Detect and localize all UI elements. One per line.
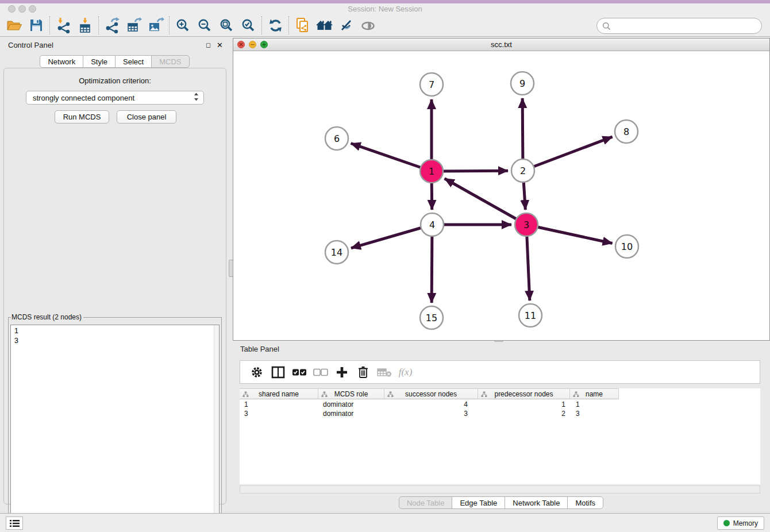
- table-cell[interactable]: 4: [384, 400, 478, 409]
- column-header-predecessor-nodes[interactable]: predecessor nodes: [478, 388, 570, 399]
- search-icon: [602, 22, 611, 30]
- table-tab-edge-table[interactable]: Edge Table: [452, 496, 505, 509]
- table-row[interactable]: 1dominator411: [240, 400, 619, 409]
- function-builder-icon: f(x): [395, 364, 416, 381]
- status-bar: Memory: [0, 513, 770, 532]
- export-image-icon[interactable]: [145, 16, 167, 35]
- table-horizontal-scrollbar[interactable]: [240, 485, 760, 494]
- search-field[interactable]: [596, 18, 762, 34]
- zoom-selected-icon[interactable]: [237, 16, 259, 35]
- delete-table-icon: [374, 364, 395, 381]
- table-tab-network-table[interactable]: Network Table: [505, 496, 568, 509]
- column-view-icon[interactable]: [267, 364, 288, 381]
- tab-mcds[interactable]: MCDS: [151, 55, 189, 68]
- save-session-icon[interactable]: [25, 16, 47, 35]
- table-cell[interactable]: 3: [570, 409, 619, 418]
- table-cell[interactable]: 3: [240, 409, 318, 418]
- network-view-window: ✕ − + scc.txt 7968124314101511: [233, 38, 770, 341]
- graph-edge-3-10[interactable]: [526, 225, 613, 243]
- graph-node-label-15: 15: [426, 313, 437, 323]
- export-network-icon[interactable]: [101, 16, 123, 35]
- select-stepper-icon: [194, 92, 199, 103]
- list-icon: [10, 519, 20, 527]
- float-panel-icon[interactable]: ◻: [206, 41, 211, 49]
- home-icon[interactable]: [313, 16, 335, 35]
- network-window-titlebar[interactable]: ✕ − + scc.txt: [233, 38, 769, 51]
- mcds-result-group: MCDS result (2 nodes) 1 3: [8, 313, 222, 532]
- network-canvas[interactable]: 7968124314101511: [233, 51, 769, 340]
- memory-button[interactable]: Memory: [717, 516, 764, 530]
- zoom-in-icon[interactable]: [172, 16, 194, 35]
- table-cell[interactable]: 2: [478, 409, 570, 418]
- close-panel-icon[interactable]: ✕: [217, 41, 223, 49]
- optimization-criterion-select[interactable]: strongly connected component: [26, 91, 204, 105]
- add-column-icon[interactable]: [331, 364, 352, 381]
- graph-node-label-11: 11: [525, 310, 536, 321]
- graph-edge-1-6[interactable]: [351, 143, 432, 171]
- zoom-fit-icon[interactable]: [215, 16, 237, 35]
- table-tabs: Node TableEdge TableNetwork TableMotifs: [233, 496, 770, 509]
- window-top-accent: [0, 0, 770, 3]
- optimization-criterion-label: Optimization criterion:: [4, 76, 226, 85]
- table-cell[interactable]: dominator: [318, 400, 384, 409]
- import-network-icon[interactable]: [52, 16, 74, 35]
- table-cell[interactable]: 1: [240, 400, 318, 409]
- column-header-successor-nodes[interactable]: successor nodes: [384, 388, 478, 399]
- network-window-title: scc.txt: [233, 40, 769, 49]
- memory-label: Memory: [733, 519, 758, 527]
- table-cell[interactable]: 3: [384, 409, 478, 418]
- table-tab-node-table[interactable]: Node Table: [399, 496, 453, 509]
- table-toolbar: f(x): [240, 360, 760, 384]
- graph-node-label-1: 1: [429, 166, 434, 177]
- graph-node-label-3: 3: [523, 219, 529, 230]
- unselect-all-icon[interactable]: [310, 364, 331, 381]
- open-session-icon[interactable]: [3, 16, 25, 35]
- control-panel-title: Control Panel: [8, 41, 53, 49]
- settings-gear-icon[interactable]: [246, 364, 267, 381]
- delete-column-icon[interactable]: [352, 364, 374, 381]
- table-header-row: shared nameMCDS rolesuccessor nodesprede…: [240, 388, 619, 399]
- graph-edge-4-14[interactable]: [351, 225, 432, 248]
- graph-node-label-2: 2: [520, 165, 526, 176]
- zoom-out-icon[interactable]: [194, 16, 215, 35]
- table-cell[interactable]: 1: [570, 400, 619, 409]
- table-tab-motifs[interactable]: Motifs: [567, 496, 603, 509]
- table-panel-title: Table Panel: [240, 345, 279, 353]
- hide-graphics-details-icon[interactable]: [335, 16, 357, 35]
- refresh-icon[interactable]: [264, 16, 286, 35]
- graph-edge-3-1[interactable]: [445, 179, 526, 225]
- mcds-tab-content: Optimization criterion: strongly connect…: [3, 68, 226, 504]
- tab-network[interactable]: Network: [40, 55, 83, 68]
- column-header-MCDS-role[interactable]: MCDS role: [318, 388, 384, 399]
- window-title: Session: New Session: [0, 5, 770, 13]
- graph-node-label-4: 4: [429, 219, 435, 230]
- select-all-icon[interactable]: [288, 364, 310, 381]
- column-header-name[interactable]: name: [570, 388, 619, 399]
- graph-edge-2-8[interactable]: [523, 137, 613, 171]
- column-header-shared-name[interactable]: shared name: [240, 388, 318, 399]
- criterion-value: strongly connected component: [33, 94, 134, 102]
- table-cell[interactable]: dominator: [318, 409, 384, 418]
- export-table-icon[interactable]: [123, 16, 145, 35]
- memory-status-icon: [723, 520, 730, 526]
- graph-node-label-6: 6: [334, 133, 340, 144]
- show-graphics-details-icon[interactable]: [357, 16, 379, 35]
- mcds-result-title: MCDS result (2 nodes): [11, 313, 83, 321]
- app-header: Session: New Session: [0, 0, 770, 37]
- task-history-button[interactable]: [6, 516, 23, 530]
- table-row[interactable]: 3dominator323: [240, 409, 619, 418]
- mcds-result-textarea[interactable]: 1 3: [10, 325, 220, 531]
- tab-style[interactable]: Style: [83, 55, 116, 68]
- run-mcds-button[interactable]: Run MCDS: [55, 110, 109, 124]
- graph-node-label-9: 9: [519, 78, 525, 89]
- tab-select[interactable]: Select: [115, 55, 152, 68]
- table-cell[interactable]: 1: [478, 400, 570, 409]
- search-input[interactable]: [611, 22, 761, 30]
- table-panel: Table Panel ◻ ✕ f(x) shared nameMCDS rol…: [233, 341, 770, 513]
- result-scrollbar[interactable]: [214, 325, 219, 530]
- clone-network-icon[interactable]: [291, 16, 313, 35]
- graph-node-label-10: 10: [621, 241, 633, 252]
- node-table[interactable]: shared nameMCDS rolesuccessor nodesprede…: [240, 388, 760, 484]
- close-panel-button[interactable]: Close panel: [117, 110, 176, 124]
- import-table-icon[interactable]: [74, 16, 96, 35]
